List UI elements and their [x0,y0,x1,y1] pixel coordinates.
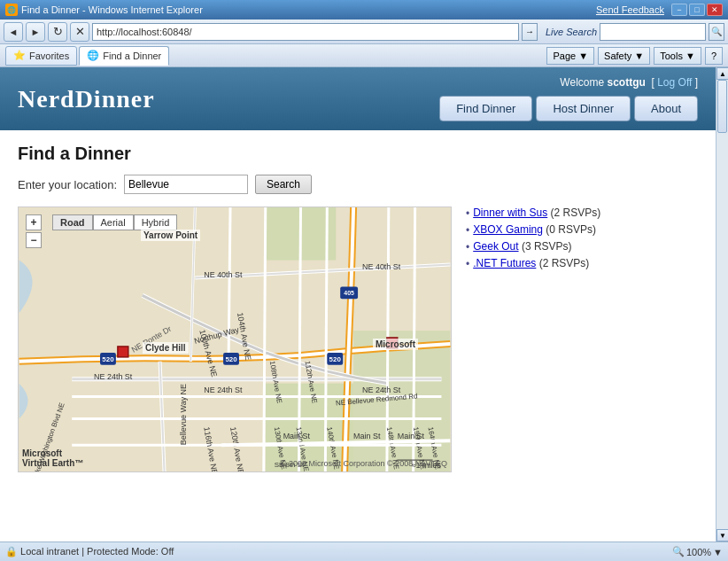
star-icon: ⭐ [13,50,26,61]
status-right: 🔍 100% ▼ [672,546,723,557]
nav-buttons: Find Dinner Host Dinner About [439,96,698,121]
rsvp-1: (2 RSVPs) [551,206,601,219]
dinner-link-3[interactable]: Geek Out [473,240,518,253]
svg-text:520: 520 [225,355,237,363]
svg-text:520: 520 [329,355,342,363]
map-type-road[interactable]: Road [52,214,93,230]
map-copyright: © 2008 Microsoft Corporation © 2008 NAVT… [281,459,447,468]
scroll-up-button[interactable]: ▲ [716,67,728,80]
window-title: Find a Dinner - Windows Internet Explore… [21,4,203,15]
scroll-thumb[interactable] [717,80,727,133]
map-label-bellevue: Bellevue [205,469,257,471]
location-input[interactable] [124,175,248,194]
site-logo: NerdDinner [18,85,155,113]
zoom-chevron: ▼ [713,547,723,557]
status-text: 🔒 Local intranet | Protected Mode: Off [5,546,672,557]
ie-icon: 🌐 [5,4,18,16]
live-search-logo: Live Search [546,27,597,37]
forward-button[interactable]: ► [26,22,45,42]
live-search-button[interactable]: 🔍 [709,23,724,41]
list-item: • XBOX Gaming (0 RSVPs) [466,223,698,237]
dinner-link-4[interactable]: .NET Futures [473,257,536,269]
tools-menu[interactable]: Tools ▼ [654,47,701,65]
svg-rect-42 [118,347,128,357]
rsvp-4: (2 RSVPs) [539,257,590,269]
favorites-button[interactable]: ⭐ Favorites [5,46,77,66]
ie-tab-icon: 🌐 [87,50,99,61]
menu-bar-right: Page ▼ Safety ▼ Tools ▼ ? [546,47,723,65]
dinner-link-2[interactable]: XBOX Gaming [473,223,543,236]
refresh-button[interactable]: ↻ [48,22,67,42]
search-label: Enter your location: [18,178,117,191]
welcome-text: Welcome scottgu [ Log Off ] [560,76,698,89]
active-tab[interactable]: 🌐 Find a Dinner [79,46,169,66]
host-dinner-button[interactable]: Host Dinner [536,96,631,121]
map-background: 520 520 520 405 NE Ponte Dr [19,207,451,471]
map-container[interactable]: 520 520 520 405 NE Ponte Dr [18,206,452,472]
maximize-button[interactable]: □ [689,4,705,16]
bullet-icon: • [466,241,469,253]
site-header: NerdDinner Welcome scottgu [ Log Off ] F… [0,67,716,130]
results-list: • Dinner with Sus (2 RSVPs) • XBOX Gamin… [466,206,698,274]
svg-text:Main St: Main St [353,432,381,440]
log-off-link[interactable]: Log Off [657,76,692,89]
send-feedback-link[interactable]: Send Feedback [596,4,664,15]
svg-text:Main St: Main St [398,432,425,440]
window-controls: − □ ✕ [671,4,723,16]
title-bar-left: 🌐 Find a Dinner - Windows Internet Explo… [5,4,203,16]
map-label-clyde-hill: Clyde Hill [143,342,189,354]
scroll-track [716,80,728,529]
page-area: NerdDinner Welcome scottgu [ Log Off ] F… [0,67,716,542]
svg-text:NE 24th St: NE 24th St [204,386,243,394]
minimize-button[interactable]: − [671,4,687,16]
rsvp-3: (3 RSVPs) [522,240,572,253]
username: scottgu [608,76,646,89]
svg-text:NE 40th St: NE 40th St [204,270,243,279]
map-type-aerial[interactable]: Aerial [93,214,134,230]
bullet-icon: • [466,258,469,270]
go-button[interactable]: → [522,23,538,41]
main-content: Find a Dinner Enter your location: Searc… [0,130,716,486]
list-item: • Dinner with Sus (2 RSVPs) [466,206,698,220]
dinner-link-1[interactable]: Dinner with Sus [473,206,547,219]
header-right: Welcome scottgu [ Log Off ] Find Dinner … [439,76,698,121]
map-results-container: 520 520 520 405 NE Ponte Dr [18,206,698,472]
zoom-out-button[interactable]: − [26,232,42,248]
navigation-toolbar: ◄ ► ↻ ✕ → Live Search 🔍 [0,19,728,44]
page-title: Find a Dinner [18,144,698,164]
svg-text:NE 24th St: NE 24th St [362,386,401,394]
status-bar: 🔒 Local intranet | Protected Mode: Off 🔍… [0,542,728,561]
scroll-down-button[interactable]: ▼ [716,529,728,542]
back-button[interactable]: ◄ [4,22,23,42]
close-button[interactable]: ✕ [707,4,723,16]
address-bar[interactable] [92,23,519,41]
menu-bar: ⭐ Favorites 🌐 Find a Dinner Page ▼ Safet… [0,44,728,67]
page-content: NerdDinner Welcome scottgu [ Log Off ] F… [0,67,716,510]
map-type-hybrid[interactable]: Hybrid [134,214,178,230]
map-branding: MicrosoftVirtual Earth™ [22,448,83,468]
rsvp-2: (0 RSVPs) [546,223,596,236]
scrollbar[interactable]: ▲ ▼ [716,67,728,542]
safety-menu[interactable]: Safety ▼ [598,47,650,65]
zoom-in-button[interactable]: + [26,214,42,230]
svg-text:Bellevue Way NE: Bellevue Way NE [179,384,188,445]
svg-text:NE 40th St: NE 40th St [362,262,401,271]
map-type-buttons: Road Aerial Hybrid [52,214,177,230]
bullet-icon: • [466,207,469,220]
lock-icon: 🔒 [5,546,18,557]
svg-text:NE 24th St: NE 24th St [94,372,133,381]
search-section: Live Search 🔍 [546,23,724,41]
map-zoom-controls: + − [26,214,42,248]
stop-button[interactable]: ✕ [70,22,89,42]
map-label-microsoft: Microsoft [373,339,418,350]
search-button[interactable]: Search [255,175,312,194]
page-menu[interactable]: Page ▼ [546,47,594,65]
about-button[interactable]: About [634,96,698,121]
browser-window: 🌐 Find a Dinner - Windows Internet Explo… [0,0,728,561]
find-dinner-button[interactable]: Find Dinner [439,96,532,121]
live-search-input[interactable] [600,23,706,41]
browser-content: NerdDinner Welcome scottgu [ Log Off ] F… [0,67,728,542]
list-item: • .NET Futures (2 RSVPs) [466,257,698,270]
zoom-control[interactable]: 🔍 100% ▼ [672,546,723,557]
help-button[interactable]: ? [705,47,723,65]
